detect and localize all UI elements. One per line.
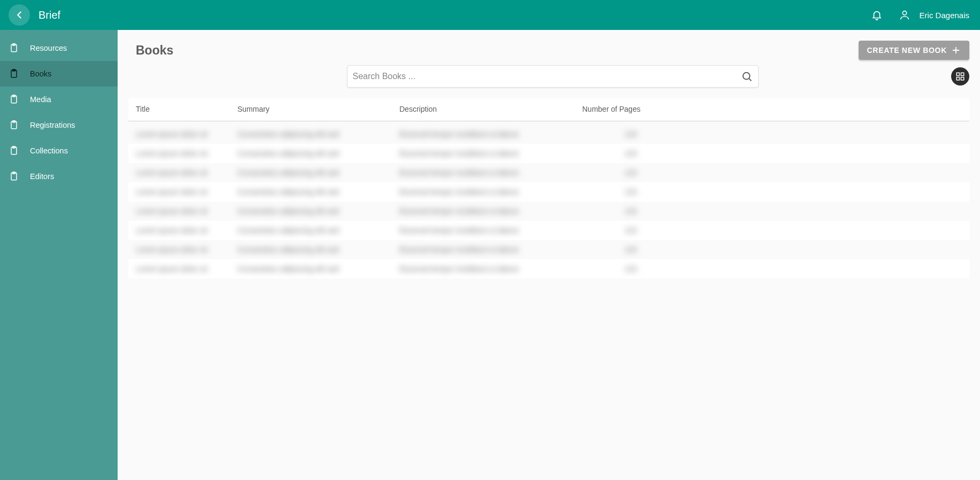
table-row[interactable]: Lorem ipsum dolor sitConsectetur adipisc… — [128, 121, 969, 144]
back-button[interactable] — [9, 4, 30, 26]
column-header-pages[interactable]: Number of Pages — [575, 98, 655, 121]
cell-description: Eiusmod tempor incididunt ut labore — [392, 144, 575, 163]
sidebar-item-media[interactable]: Media — [0, 87, 118, 112]
sidebar-item-label: Media — [30, 95, 51, 104]
sidebar-item-books[interactable]: Books — [0, 61, 118, 87]
column-header-summary[interactable]: Summary — [230, 98, 392, 121]
sidebar-item-label: Collections — [30, 146, 68, 155]
cell-description: Eiusmod tempor incididunt ut labore — [392, 121, 575, 144]
table-row[interactable]: Lorem ipsum dolor sitConsectetur adipisc… — [128, 163, 969, 182]
notifications-button[interactable] — [866, 4, 888, 26]
app-title: Brief — [38, 9, 60, 21]
cell-title: Lorem ipsum dolor sit — [128, 182, 230, 202]
grid-view-toggle[interactable] — [951, 67, 969, 86]
clipboard-icon — [9, 94, 19, 105]
cell-description: Eiusmod tempor incididunt ut labore — [392, 182, 575, 202]
cell-pages: 123 — [575, 144, 655, 163]
svg-rect-20 — [961, 78, 964, 80]
cell-title: Lorem ipsum dolor sit — [128, 240, 230, 259]
cell-pages: 123 — [575, 221, 655, 240]
svg-line-16 — [749, 79, 751, 81]
table-header-row: Title Summary Description Number of Page… — [128, 98, 969, 121]
cell-pages: 123 — [575, 259, 655, 278]
search-icon — [741, 71, 753, 82]
user-menu-button[interactable] — [894, 4, 915, 26]
sidebar-item-collections[interactable]: Collections — [0, 138, 118, 164]
cell-description: Eiusmod tempor incididunt ut labore — [392, 259, 575, 278]
cell-summary: Consectetur adipiscing elit sed — [230, 121, 392, 144]
user-icon — [899, 9, 910, 21]
sidebar-item-editors[interactable]: Editors — [0, 164, 118, 189]
cell-summary: Consectetur adipiscing elit sed — [230, 144, 392, 163]
chevron-left-icon — [13, 9, 25, 21]
clipboard-icon — [9, 68, 19, 79]
cell-description: Eiusmod tempor incididunt ut labore — [392, 163, 575, 182]
cell-pages: 123 — [575, 182, 655, 202]
sidebar-item-registrations[interactable]: Registrations — [0, 112, 118, 138]
svg-rect-18 — [961, 73, 964, 75]
sidebar-item-label: Registrations — [30, 121, 75, 129]
cell-title: Lorem ipsum dolor sit — [128, 259, 230, 278]
cell-title: Lorem ipsum dolor sit — [128, 202, 230, 221]
cell-title: Lorem ipsum dolor sit — [128, 221, 230, 240]
books-table: Title Summary Description Number of Page… — [128, 98, 969, 278]
search-row — [118, 65, 980, 88]
column-header-title[interactable]: Title — [128, 98, 230, 121]
user-name[interactable]: Eric Dagenais — [920, 11, 969, 20]
cell-pages: 123 — [575, 121, 655, 144]
sidebar-item-label: Books — [30, 69, 51, 78]
cell-description: Eiusmod tempor incididunt ut labore — [392, 240, 575, 259]
plus-icon — [951, 45, 961, 55]
table-row[interactable]: Lorem ipsum dolor sitConsectetur adipisc… — [128, 144, 969, 163]
table-row[interactable]: Lorem ipsum dolor sitConsectetur adipisc… — [128, 240, 969, 259]
sidebar-item-resources[interactable]: Resources — [0, 35, 118, 61]
cell-title: Lorem ipsum dolor sit — [128, 121, 230, 144]
cell-summary: Consectetur adipiscing elit sed — [230, 182, 392, 202]
table-row[interactable]: Lorem ipsum dolor sitConsectetur adipisc… — [128, 182, 969, 202]
clipboard-icon — [9, 171, 19, 182]
search-input[interactable] — [353, 72, 741, 81]
app-header: Brief Eric Dagenais — [0, 0, 980, 30]
main-content: Books CREATE NEW BOOK Title Summary — [118, 30, 980, 480]
svg-point-0 — [902, 11, 906, 15]
sidebar-item-label: Resources — [30, 44, 67, 52]
cell-title: Lorem ipsum dolor sit — [128, 144, 230, 163]
create-button-label: CREATE NEW BOOK — [867, 46, 947, 55]
clipboard-icon — [9, 43, 19, 53]
cell-summary: Consectetur adipiscing elit sed — [230, 240, 392, 259]
cell-title: Lorem ipsum dolor sit — [128, 163, 230, 182]
cell-description: Eiusmod tempor incididunt ut labore — [392, 202, 575, 221]
clipboard-icon — [9, 120, 19, 130]
create-new-book-button[interactable]: CREATE NEW BOOK — [859, 41, 969, 60]
cell-summary: Consectetur adipiscing elit sed — [230, 221, 392, 240]
title-bar: Books CREATE NEW BOOK — [118, 30, 980, 65]
table-row[interactable]: Lorem ipsum dolor sitConsectetur adipisc… — [128, 221, 969, 240]
cell-pages: 123 — [575, 202, 655, 221]
table-row[interactable]: Lorem ipsum dolor sitConsectetur adipisc… — [128, 202, 969, 221]
svg-rect-19 — [956, 78, 959, 80]
clipboard-icon — [9, 145, 19, 156]
search-box[interactable] — [347, 65, 759, 88]
page-title: Books — [136, 43, 859, 58]
grid-icon — [955, 72, 965, 81]
column-header-description[interactable]: Description — [392, 98, 575, 121]
table-row[interactable]: Lorem ipsum dolor sitConsectetur adipisc… — [128, 259, 969, 278]
svg-point-15 — [743, 73, 750, 80]
cell-description: Eiusmod tempor incididunt ut labore — [392, 221, 575, 240]
svg-rect-17 — [956, 73, 959, 75]
cell-pages: 123 — [575, 163, 655, 182]
cell-summary: Consectetur adipiscing elit sed — [230, 259, 392, 278]
cell-pages: 123 — [575, 240, 655, 259]
sidebar-item-label: Editors — [30, 172, 54, 181]
cell-summary: Consectetur adipiscing elit sed — [230, 202, 392, 221]
cell-summary: Consectetur adipiscing elit sed — [230, 163, 392, 182]
bell-icon — [871, 9, 883, 21]
sidebar: Resources Books Media Registrations Coll… — [0, 30, 118, 480]
